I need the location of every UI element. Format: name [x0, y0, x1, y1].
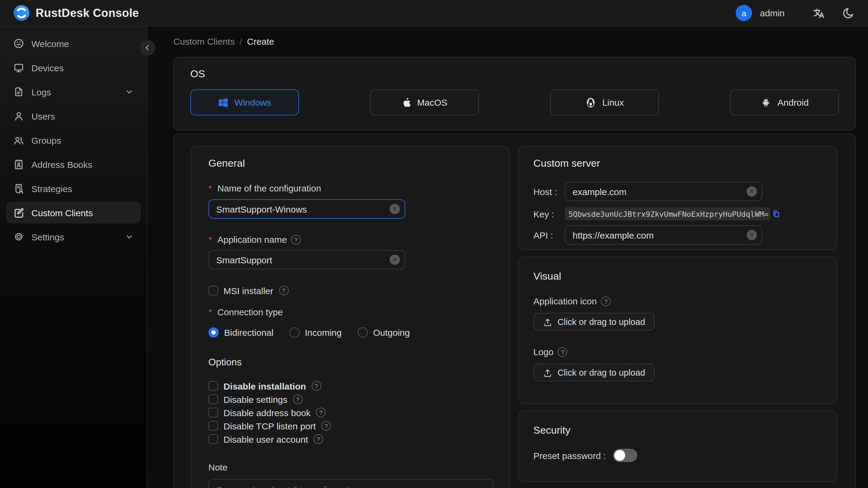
option-disable-settings: Disable settings ?: [208, 394, 492, 405]
help-icon[interactable]: ?: [601, 296, 611, 306]
required-marker: *: [208, 234, 212, 245]
breadcrumb-current: Create: [247, 36, 274, 46]
app-name-field-label: * Application name ?: [208, 234, 492, 245]
sidebar-item-groups[interactable]: Groups: [6, 129, 141, 151]
os-button-macos[interactable]: MacOS: [370, 89, 479, 115]
radio-icon: [357, 327, 368, 338]
configuration-name-input[interactable]: [208, 199, 405, 219]
breadcrumb-parent[interactable]: Custom Clients: [173, 36, 235, 46]
preset-password-toggle[interactable]: [613, 449, 637, 462]
clear-icon[interactable]: ×: [747, 230, 757, 240]
help-icon[interactable]: ?: [293, 394, 303, 404]
key-value: 5Qbwsde3unUcJBtrx9ZkvUmwFNoExHzpryHuPUdq…: [568, 209, 768, 218]
sidebar: Welcome Devices Logs: [0, 27, 147, 488]
sidebar-item-users[interactable]: Users: [6, 105, 141, 127]
windows-icon: [218, 97, 228, 108]
sidebar-item-custom-clients[interactable]: Custom Clients: [6, 202, 141, 223]
dark-mode-icon[interactable]: [841, 6, 855, 20]
android-icon: [761, 97, 771, 108]
host-row: Host : ×: [533, 182, 822, 201]
copy-icon[interactable]: [772, 210, 780, 218]
os-button-label: Android: [777, 97, 808, 108]
msi-installer-checkbox[interactable]: [208, 286, 218, 295]
os-section: OS Windows: [173, 57, 856, 130]
help-icon[interactable]: ?: [279, 286, 288, 295]
disable-tcp-listen-port-checkbox[interactable]: [208, 421, 218, 431]
toggle-knob: [614, 450, 625, 461]
strategy-icon: [13, 183, 24, 194]
sidebar-item-label: Logs: [31, 87, 51, 97]
security-title: Security: [533, 425, 822, 437]
sidebar-item-devices[interactable]: Devices: [6, 57, 141, 79]
clear-icon[interactable]: ×: [390, 204, 400, 214]
app-title: RustDesk Console: [36, 6, 139, 20]
api-input[interactable]: [565, 225, 762, 245]
clear-icon[interactable]: ×: [747, 186, 757, 196]
host-input[interactable]: [565, 182, 762, 201]
note-textarea[interactable]: [208, 479, 494, 488]
name-field-label: * Name of the configuration: [208, 183, 492, 193]
preset-password-row: Preset password :: [533, 449, 822, 462]
translate-icon[interactable]: [812, 6, 825, 20]
chevron-down-icon: [125, 233, 133, 241]
help-icon[interactable]: ?: [321, 421, 331, 431]
disable-user-account-checkbox[interactable]: [208, 434, 218, 444]
radio-bidirectional[interactable]: Bidirectional: [208, 327, 273, 338]
api-input-wrap: ×: [565, 225, 762, 245]
preset-password-label: Preset password :: [533, 450, 606, 460]
help-icon[interactable]: ?: [291, 235, 301, 244]
os-button-label: MacOS: [417, 97, 447, 108]
os-button-label: Linux: [602, 97, 624, 108]
app-icon-upload-button[interactable]: Click or drag to upload: [533, 313, 655, 331]
general-title: General: [208, 158, 492, 170]
help-icon[interactable]: ?: [313, 434, 323, 444]
sidebar-item-strategies[interactable]: Strategies: [6, 178, 141, 199]
user-name[interactable]: admin: [760, 8, 785, 18]
application-name-input[interactable]: [208, 250, 405, 269]
key-value-box: 5Qbwsde3unUcJBtrx9ZkvUmwFNoExHzpryHuPUdq…: [565, 207, 770, 220]
msi-installer-label: MSI installer: [223, 285, 273, 296]
sidebar-item-settings[interactable]: Settings: [6, 226, 141, 248]
radio-outgoing[interactable]: Outgoing: [357, 327, 410, 338]
disable-installation-checkbox[interactable]: [208, 381, 218, 391]
note-label: Note: [208, 462, 492, 472]
upload-icon: [543, 368, 552, 377]
user-icon: [13, 111, 24, 121]
sidebar-item-welcome[interactable]: Welcome: [6, 33, 141, 54]
disable-settings-checkbox[interactable]: [208, 394, 218, 404]
user-avatar[interactable]: a: [736, 5, 752, 21]
gear-icon: [13, 231, 24, 242]
sidebar-item-label: Settings: [31, 232, 64, 242]
sidebar-item-logs[interactable]: Logs: [6, 81, 141, 103]
monitor-icon: [13, 62, 24, 73]
breadcrumb-separator: /: [240, 36, 242, 46]
host-label: Host :: [533, 186, 565, 196]
option-disable-tcp-listen-port: Disable TCP listen port ?: [208, 420, 492, 431]
os-button-windows[interactable]: Windows: [190, 89, 299, 115]
sidebar-item-label: Users: [31, 111, 55, 121]
msi-installer-row: MSI installer ?: [208, 285, 492, 296]
custom-server-section: Custom server Host : × Key : 5Qbwsde3unU…: [518, 146, 837, 250]
address-book-icon: [13, 159, 24, 170]
smile-icon: [13, 38, 24, 49]
logo-upload-button[interactable]: Click or drag to upload: [533, 364, 655, 382]
option-disable-installation: Disable installation ?: [208, 380, 492, 391]
key-label: Key :: [533, 209, 565, 219]
options-title: Options: [208, 357, 492, 368]
help-icon[interactable]: ?: [558, 347, 567, 357]
linux-penguin-icon: [585, 97, 596, 108]
os-button-android[interactable]: Android: [730, 89, 839, 115]
help-icon[interactable]: ?: [316, 408, 326, 417]
sidebar-item-address-books[interactable]: Address Books: [6, 153, 141, 175]
upload-button-label: Click or drag to upload: [558, 317, 645, 327]
sidebar-collapse-button[interactable]: [140, 40, 155, 56]
api-label: API :: [533, 230, 565, 240]
required-marker: *: [208, 307, 212, 317]
file-icon: [13, 86, 24, 97]
disable-address-book-checkbox[interactable]: [208, 408, 218, 417]
upload-icon: [543, 317, 552, 327]
radio-incoming[interactable]: Incoming: [289, 327, 342, 338]
clear-icon[interactable]: ×: [390, 254, 400, 265]
help-icon[interactable]: ?: [311, 381, 321, 391]
os-button-linux[interactable]: Linux: [550, 89, 659, 115]
